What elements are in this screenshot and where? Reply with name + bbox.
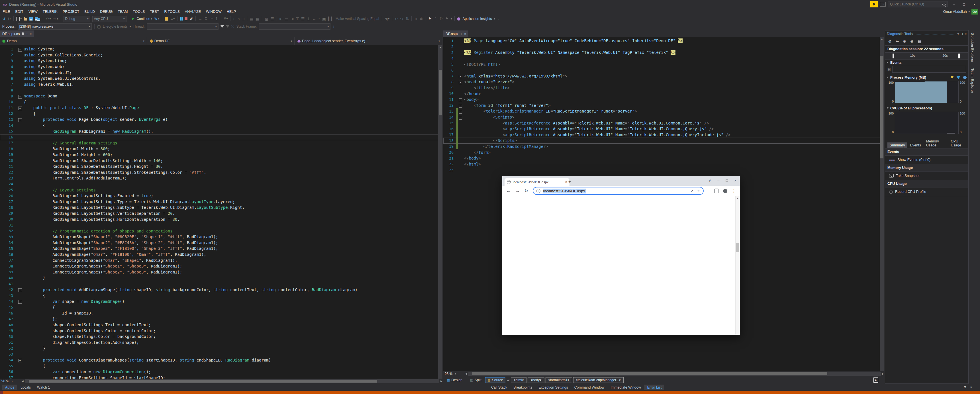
browser-scrollbar-thumb[interactable] xyxy=(736,243,739,252)
diagram-export-icon[interactable]: ▦ xyxy=(256,16,259,21)
bookmark-star-icon[interactable]: ☆ xyxy=(697,189,700,193)
web-page-icon[interactable]: ▩ xyxy=(265,16,268,21)
continue-button[interactable]: Continue▾ xyxy=(132,16,152,21)
share-icon[interactable]: ↗ xyxy=(690,189,694,193)
timeline-ruler[interactable]: 10s 20s xyxy=(885,53,968,60)
new-breakpoint-icon[interactable]: ○ xyxy=(238,16,240,21)
breadcrumb-item[interactable]: <body> xyxy=(528,377,544,383)
menu-tools[interactable]: TOOLS xyxy=(130,10,147,14)
menu-build[interactable]: BUILD xyxy=(82,10,97,14)
browser-link-dropdown-icon[interactable]: ≡▾ xyxy=(170,16,175,21)
diagram-icon[interactable]: ▤ xyxy=(250,16,253,21)
close-button[interactable]: × xyxy=(970,2,978,6)
previous-bookmark-icon[interactable]: ⚐ xyxy=(434,16,438,21)
menu-project[interactable]: PROJECT xyxy=(60,10,82,14)
memory-section-header[interactable]: Process Memory (MB) xyxy=(885,75,968,80)
navigate-forward-icon[interactable]: ↻ xyxy=(8,16,11,21)
align-tops-icon[interactable]: ⊤ xyxy=(296,16,299,21)
bottom-panel-pin-icon[interactable]: ⊓ xyxy=(964,386,966,389)
open-file-icon[interactable] xyxy=(24,17,27,21)
format-document-icon[interactable]: ⇺ xyxy=(414,16,418,21)
navigate-back-icon[interactable]: ↺ xyxy=(2,16,6,21)
settings-gear-icon[interactable]: ⚙ xyxy=(888,39,892,44)
fold-marker[interactable]: − xyxy=(458,103,463,108)
fold-marker[interactable]: − xyxy=(458,79,463,84)
cpu-section-header[interactable]: CPU (% of all processors) xyxy=(885,105,968,111)
step-over-icon[interactable]: ↷ xyxy=(209,16,213,21)
fold-marker[interactable]: − xyxy=(18,47,22,52)
tool-window-tab-breakpoints[interactable]: Breakpoints xyxy=(511,384,535,390)
site-info-icon[interactable]: i xyxy=(536,189,541,193)
take-snapshot-link[interactable]: Take Snapshot xyxy=(885,172,968,180)
refresh-icon[interactable]: ↻▾ xyxy=(154,16,159,21)
close-panel-icon[interactable]: × xyxy=(965,32,967,36)
split-view-button[interactable]: ◫Split xyxy=(468,378,484,383)
align-centers-icon[interactable]: ⚌ xyxy=(285,16,289,21)
menu-telerik[interactable]: TELERIK xyxy=(40,10,60,14)
clear-bookmarks-icon[interactable]: ⚑ xyxy=(445,16,449,21)
pause-button[interactable] xyxy=(180,17,183,21)
make-horizontal-spacing-equal-icon[interactable]: ▌▌ xyxy=(328,16,334,21)
close-tab-icon[interactable]: × xyxy=(30,32,32,36)
pin-icon[interactable]: ⊓ xyxy=(961,32,963,36)
tool-window-tab-locals[interactable]: Locals xyxy=(18,384,33,390)
process-dropdown[interactable]: [23848] iisexpress.exe▾ xyxy=(18,23,92,30)
breadcrumb-scroll-left-icon[interactable]: ◀ xyxy=(507,379,509,382)
bring-to-front-icon[interactable]: ◥▾ xyxy=(385,16,390,21)
tool-window-tab-exception-settings[interactable]: Exception Settings xyxy=(536,384,571,390)
zoom-out-icon[interactable]: ⊖ xyxy=(910,39,914,44)
menu-r-tools[interactable]: R TOOLS xyxy=(162,10,182,14)
new-tab-button[interactable]: + xyxy=(568,180,571,184)
scroll-left-icon[interactable]: ◀ xyxy=(22,380,24,383)
diagnostics-tab-summary[interactable]: Summary xyxy=(888,143,907,148)
fold-marker[interactable]: − xyxy=(458,73,463,78)
tab-df-aspx[interactable]: DF.aspx + × xyxy=(443,30,468,37)
stack-frame-dropdown[interactable]: ▾ xyxy=(259,23,331,30)
fold-marker[interactable]: − xyxy=(458,109,463,114)
close-tab-icon[interactable]: × xyxy=(465,32,466,36)
browser-link-icon[interactable] xyxy=(165,17,169,21)
document-outline-icon[interactable]: ☰ xyxy=(270,16,274,21)
application-insights-label[interactable]: Application Insights xyxy=(462,17,492,21)
source-view-button[interactable]: ▩Source xyxy=(485,377,505,383)
align-rights-icon[interactable]: ⇥ xyxy=(290,16,294,21)
thread-dropdown[interactable]: ▾ xyxy=(147,23,218,30)
side-panel-icon[interactable] xyxy=(714,189,719,193)
menu-debug[interactable]: DEBUG xyxy=(97,10,115,14)
sidebar-tab-solution-explorer[interactable]: Solution Explorer xyxy=(969,30,976,65)
make-vertical-spacing-equal-label[interactable]: Make Vertical Spacing Equal xyxy=(336,17,379,21)
restart-button[interactable]: ↺ xyxy=(189,16,193,21)
left-editor-vertical-scrollbar[interactable]: ▲ xyxy=(438,45,442,379)
new-file-icon[interactable]: ▾ xyxy=(16,16,22,21)
tool-window-tab-watch-1[interactable]: Watch 1 xyxy=(34,384,53,390)
save-icon[interactable] xyxy=(29,17,33,21)
fold-marker[interactable]: − xyxy=(18,117,22,122)
right-editor-vertical-scrollbar[interactable]: ▲ xyxy=(880,37,884,371)
browser-back-icon[interactable]: ← xyxy=(506,188,511,194)
address-bar[interactable]: i localhost:51958/DF.aspx ↗ ☆ xyxy=(533,187,704,195)
promote-tab-icon[interactable]: + xyxy=(26,32,28,36)
align-bottoms-icon[interactable]: ⊥ xyxy=(307,16,310,21)
browser-menu-icon[interactable]: ⋮ xyxy=(732,189,736,193)
same-width-icon[interactable]: ↔ xyxy=(312,16,316,21)
toolbar-options-overflow-icon[interactable]: ⋮ xyxy=(497,17,500,20)
browser-forward-icon[interactable]: → xyxy=(515,188,520,194)
browser-scrollbar[interactable]: ▲ xyxy=(735,196,740,335)
url-text[interactable]: localhost:51958/DF.aspx xyxy=(543,189,586,194)
menu-view[interactable]: VIEW xyxy=(26,10,40,14)
application-insights-icon[interactable] xyxy=(457,17,460,21)
comment-icon[interactable]: ≟ xyxy=(420,16,423,21)
record-cpu-profile-link[interactable]: Record CPU Profile xyxy=(885,187,968,196)
tool-window-tab-command-window[interactable]: Command Window xyxy=(571,384,608,390)
tool-window-tab-immediate-window[interactable]: Immediate Window xyxy=(608,384,644,390)
tool-window-tab-error-list[interactable]: Error List xyxy=(644,384,665,390)
fold-marker[interactable]: − xyxy=(458,97,463,102)
menu-team[interactable]: TEAM xyxy=(115,10,130,14)
lifecycle-events-icon[interactable]: ▢ xyxy=(97,24,101,29)
hex-display-icon[interactable]: #▾ xyxy=(224,16,228,21)
design-view-button[interactable]: ▦Design xyxy=(445,378,465,383)
menu-window[interactable]: WINDOW xyxy=(204,10,224,14)
sidebar-tab-team-explorer[interactable]: Team Explorer xyxy=(969,65,976,96)
navigate-bookmarks-icon[interactable]: ⇅ xyxy=(406,16,409,21)
menu-test[interactable]: TEST xyxy=(147,10,162,14)
